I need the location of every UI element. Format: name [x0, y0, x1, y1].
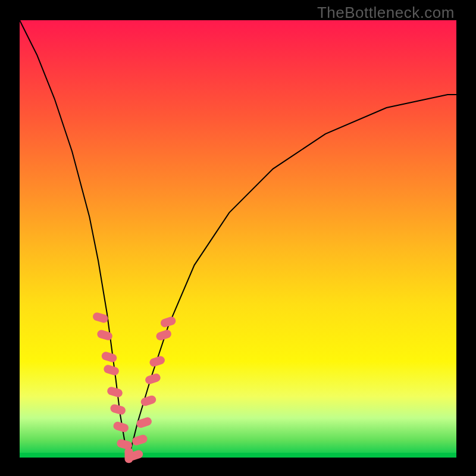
attribution-label: TheBottleneck.com: [317, 4, 455, 22]
baseline-strip: [20, 453, 456, 458]
plot-area: [20, 20, 456, 458]
chart-frame: TheBottleneck.com: [0, 0, 476, 476]
